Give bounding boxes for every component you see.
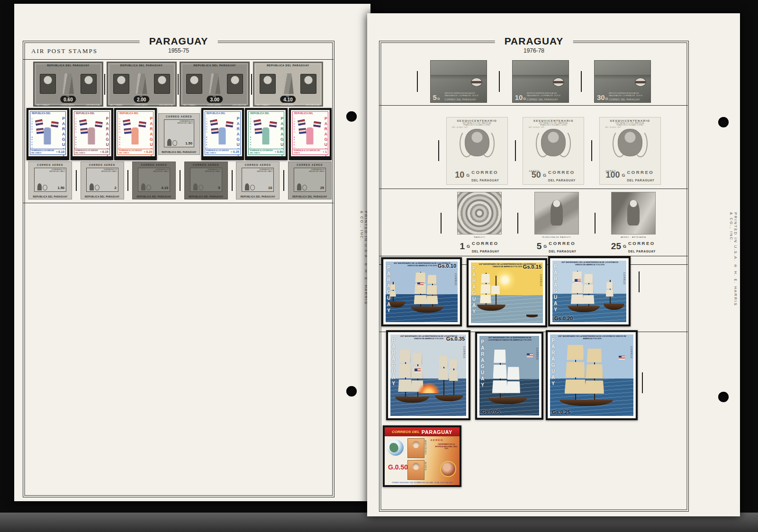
stamp-value: 10 [455,171,464,179]
artisan-photo [611,192,656,234]
flag-icon [270,121,277,127]
stamp-value: Gs.0.15 [523,264,541,270]
stamp-country: CORREO DEL PARAGUAY [527,99,558,101]
soldier-icon [141,183,145,190]
stamp-date: 1827 · 24 JULIO · 1977 [523,126,584,128]
stamp-placeholder-10g: INSTITUTO SUPERIOR DE EDUCACION INAUGURA… [512,60,569,103]
stamp-art: HOMENAJE A LOS HEROES DEL CHACO 1.50 [164,119,194,147]
sail [480,295,491,303]
stamp-country-vertical: PARAGUAY [480,339,485,388]
caption-line: INSTITUTO SUPERIOR DE EDUCACION [609,92,639,94]
stamp-value: 25 [320,186,324,190]
country-line: DEL PARAGUAY [628,250,656,253]
stamp-value: 5 [537,243,542,250]
stamp-value: 1.50 [185,141,192,145]
caption-line: INSTITUTO SUPERIOR DE EDUCACION [527,92,557,94]
stamp-country: CORREO DEL PARAGUAY [445,99,476,101]
divider-tick [232,170,233,191]
stamp-value: 5 [218,186,220,190]
stamp-country: CORREO DEL PARAGUAY [549,239,576,254]
sail [398,379,412,392]
airmail-label: CORREO AEREO [206,117,208,149]
stamp-mount: REPUBLICA DEL PARAGUAY CORREO AEREO HOME… [245,108,288,160]
value-badge: GS. 3.00 [207,96,223,103]
stamp-caption: TEJEDORA DE ÑANDUTI [532,236,582,238]
caption-line: INSTITUTO SUPERIOR DE EDUCACION [445,92,475,94]
stamp-row: REPUBLICA DEL PARAGUAY GS. 0.60 PAZ Y TR… [33,62,323,107]
header-word: PARAGUAY [422,429,452,435]
flags-icon [209,73,220,94]
sail [481,274,490,283]
stamp-body: ARMSTRONG ALDRIN AEREO CENTENARIO DE LA … [385,436,460,485]
airmail-label: CORREO AEREO [236,162,280,166]
stamp-caption: HOMENAJE A LOS HEROES DEL CHACO [206,150,230,154]
stamp-placeholder-1-50: CORREO AEREO HOMENAJE A LOS HEROES DEL C… [158,113,200,155]
soldier-icon [44,127,51,144]
stamp-art [186,69,243,98]
page-title: PARAGUAY [505,36,564,47]
hull [411,307,443,313]
value-badge: 5 G [433,94,440,101]
stamp-caption: HOMENAJE A LOS HEROES DEL CHACO [75,150,99,154]
shield-icon [172,140,177,146]
stamp-country: REPUBLICA DEL [250,112,269,115]
caption-right: JUSTICIA SOCIAL [306,104,320,106]
stamp-value: 1 [460,243,465,250]
currency: G [523,97,525,100]
hull [568,306,600,312]
stamp-country: REPUBLICA DEL PARAGUAY [184,196,228,198]
value-badge: GS. 0.60 [60,96,76,103]
punch-hole [718,117,729,127]
ship-illustration [603,281,625,310]
hull [477,305,505,311]
stamp-placeholder: CORREO AEREO HOMENAJE A LOS HEROES DEL C… [132,162,176,199]
stamp-country: CORREO DEL PARAGUAY [609,99,640,101]
sail [567,345,584,360]
caption-center: CORREO AEREO [208,104,221,106]
flag-icon [210,119,218,126]
stamp-art [254,118,278,144]
grand-union-flag-icon [619,356,625,360]
stamp-art [80,118,103,144]
country-line: DEL PARAGUAY [548,179,576,182]
astronaut-name: ARMSTRONG [424,440,427,455]
currency: G [437,97,440,100]
shield-icon [43,185,47,190]
stamp-value: Gs.0.10 [438,263,456,269]
portrait-icon [260,74,276,94]
stamp-placeholder: CORREO AEREO HOMENAJE A LOS HEROES DEL C… [184,162,228,199]
value-badge: GS. 4.10 [280,96,296,103]
stamp-placeholder-25g-artesania: AEREO · ARTESANIA 25 G CORREO DEL PARAGU… [608,192,659,254]
correo-label: CORREO [463,346,465,359]
currency: ¢ [144,151,145,153]
stamp-placeholder-10g-lopez: SESQUICENTENARIO DEL NATALICIO DEL MARIS… [446,117,508,185]
stamp-country: REPUBLICA DEL [207,112,226,115]
sail [426,296,438,304]
stamp-country: CORREO DEL PARAGUAY [628,239,656,254]
astronaut-name: ALDRIN [424,462,427,470]
stamp-caption: HOMENAJE A LOS HEROES DEL CHACO [150,169,169,173]
stamp-art [298,118,322,144]
stamp-placeholder: CORREO AEREO HOMENAJE A LOS HEROES DEL C… [288,162,332,199]
flags-icon [63,73,74,94]
stamp-mount: REPUBLICA DEL PARAGUAY CORREO AEREO HOME… [201,108,244,160]
stamp-country-vertical: PARAGUAY [553,264,558,313]
flag-icon [95,121,102,127]
hull [559,400,613,406]
soldier-icon [306,127,313,144]
airmail-label: CORREO AEREO [75,117,77,149]
stamp-placeholder-2-00: REPUBLICA DEL PARAGUAY GS. 2.00 PAZ Y TR… [107,62,177,107]
soldier-icon [90,183,94,190]
soldier-icon [245,183,249,190]
stamp-country-vertical: PARAGUAY [550,338,555,387]
sail [566,362,585,378]
sail [571,294,584,304]
currency: G [466,173,469,178]
flag-icon [35,119,43,126]
hull [604,304,624,310]
astronaut-portrait [407,438,424,458]
stamp-date: 1827 · 24 JULIO · 1977 [446,126,508,128]
stamp-value: 0.15 [102,150,108,153]
stamp-mounted-4-10: REPUBLICA DEL PARAGUAY GS. 4.10 PAZ Y TR… [253,62,323,107]
stamp-caption: HOMENAJE A LOS HEROES DEL CHACO [98,169,117,173]
